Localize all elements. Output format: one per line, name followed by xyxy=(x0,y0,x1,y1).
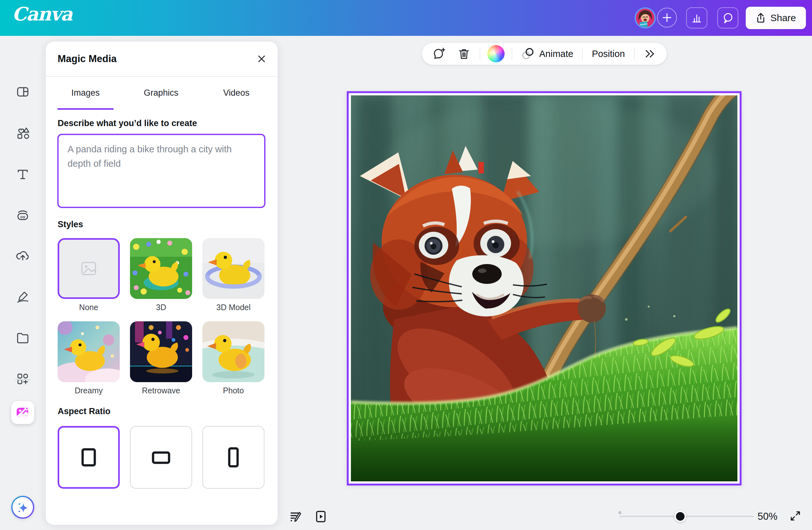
style-option-dreamy[interactable]: Dreamy xyxy=(58,321,120,395)
folder-icon xyxy=(15,330,30,345)
styles-heading: Styles xyxy=(58,220,83,230)
position-label: Position xyxy=(592,49,625,59)
style-thumb-photo xyxy=(202,321,264,382)
tab-images[interactable]: Images xyxy=(57,83,114,102)
style-thumb-photo-art xyxy=(202,321,264,382)
image-placeholder-icon xyxy=(79,259,98,278)
color-picker-button[interactable] xyxy=(487,45,505,62)
sidebar-item-projects[interactable] xyxy=(13,327,33,348)
elements-icon xyxy=(15,126,30,141)
toolbar-divider xyxy=(480,47,480,60)
draw-pen-icon xyxy=(15,289,30,304)
close-icon xyxy=(257,54,266,64)
panel-header: Magic Media xyxy=(46,42,278,76)
style-label: Photo xyxy=(202,386,264,395)
add-member-button[interactable] xyxy=(657,8,677,28)
style-thumb-dreamy-art xyxy=(58,321,120,382)
style-option-photo[interactable]: Photo xyxy=(202,321,264,395)
style-label: None xyxy=(58,303,120,312)
sidebar-item-draw[interactable] xyxy=(13,286,33,307)
present-button[interactable] xyxy=(313,508,329,525)
style-option-3d[interactable]: 3D xyxy=(130,238,192,312)
fullscreen-button[interactable] xyxy=(788,508,803,524)
panel-close-button[interactable] xyxy=(254,51,269,67)
describe-label: Describe what you’d like to create xyxy=(58,118,197,128)
sidebar-item-uploads[interactable] xyxy=(13,246,33,266)
avatar[interactable] xyxy=(635,8,656,29)
zoom-slider-knob[interactable] xyxy=(674,511,686,522)
tab-videos-label: Videos xyxy=(223,88,249,98)
animate-icon xyxy=(521,47,535,61)
active-tab-underline xyxy=(57,108,114,110)
canva-logo: Canva xyxy=(12,3,72,25)
share-button[interactable]: Share xyxy=(746,7,806,29)
bar-chart-icon xyxy=(690,12,703,24)
document-actions xyxy=(288,508,329,525)
add-comment-button[interactable] xyxy=(430,45,448,62)
expand-arrows-icon xyxy=(788,509,802,522)
sidebar-item-elements[interactable] xyxy=(13,123,33,143)
style-label: 3D Model xyxy=(202,303,264,312)
sidebar-item-text[interactable] xyxy=(13,164,33,185)
tab-images-label: Images xyxy=(71,88,100,98)
style-thumb-3d-model-art xyxy=(202,238,264,299)
position-button[interactable]: Position xyxy=(590,47,627,60)
play-icon xyxy=(314,509,328,524)
notes-button[interactable] xyxy=(288,508,304,525)
aspect-ratio-heading: Aspect Ratio xyxy=(58,407,111,416)
sidebar-item-brand[interactable]: co xyxy=(13,205,33,225)
sidebar-divider xyxy=(15,379,30,380)
toolbar-divider xyxy=(582,47,583,60)
insights-button[interactable] xyxy=(686,8,707,29)
style-option-3d-model[interactable]: 3D Model xyxy=(202,238,264,312)
canvas-page-selected[interactable] xyxy=(347,91,742,486)
style-option-none[interactable]: None xyxy=(58,238,120,312)
notes-icon xyxy=(289,509,303,524)
aspect-option-landscape[interactable] xyxy=(130,426,192,489)
more-options-button[interactable] xyxy=(642,46,658,61)
double-chevron-right-icon xyxy=(643,47,656,60)
chat-bubble-icon xyxy=(721,11,735,25)
zoom-slider-track[interactable] xyxy=(619,516,754,517)
share-upload-icon xyxy=(756,13,766,24)
uploads-cloud-icon xyxy=(15,248,30,263)
magic-media-app-icon xyxy=(15,405,30,420)
style-thumb-retrowave-art xyxy=(130,321,192,382)
sidebar-item-magic-media[interactable] xyxy=(11,401,34,424)
style-thumb-dreamy xyxy=(58,321,120,382)
element-toolbar: Animate Position xyxy=(422,43,667,65)
style-thumb-3d xyxy=(130,238,192,299)
aspect-option-square[interactable] xyxy=(58,426,120,489)
sidebar-item-design[interactable] xyxy=(13,82,33,102)
style-thumb-none xyxy=(58,238,120,299)
zoom-percent[interactable]: 50% xyxy=(757,511,778,522)
prompt-input[interactable] xyxy=(57,134,265,208)
style-option-retrowave[interactable]: Retrowave xyxy=(130,321,192,395)
share-label: Share xyxy=(770,13,796,24)
style-thumb-3d-art xyxy=(130,238,192,299)
aspect-portrait-icon xyxy=(217,441,249,473)
brand-icon: co xyxy=(15,208,30,222)
tab-graphics[interactable]: Graphics xyxy=(133,83,189,102)
magic-media-panel: Magic Media Images Graphics Videos Descr… xyxy=(46,42,278,525)
zoom-fit-notch xyxy=(618,511,622,514)
trash-icon xyxy=(457,47,471,60)
comments-button[interactable] xyxy=(717,8,738,29)
comment-plus-icon xyxy=(432,47,446,61)
panel-title: Magic Media xyxy=(58,53,117,65)
panel-header-divider xyxy=(46,76,278,77)
aspect-landscape-icon xyxy=(145,441,177,473)
sparkle-icon xyxy=(16,500,30,514)
style-thumb-3d-model xyxy=(202,238,264,299)
style-label: 3D xyxy=(130,303,192,312)
tab-videos[interactable]: Videos xyxy=(208,83,264,102)
design-icon xyxy=(15,85,30,99)
animate-button[interactable]: Animate xyxy=(519,45,575,62)
style-thumb-retrowave xyxy=(130,321,192,382)
avatar-image xyxy=(636,9,654,27)
delete-button[interactable] xyxy=(455,46,473,62)
aspect-option-portrait[interactable] xyxy=(202,426,264,489)
canva-assistant-button[interactable] xyxy=(11,496,34,519)
sidebar: co xyxy=(0,36,45,530)
style-label: Dreamy xyxy=(58,386,120,395)
